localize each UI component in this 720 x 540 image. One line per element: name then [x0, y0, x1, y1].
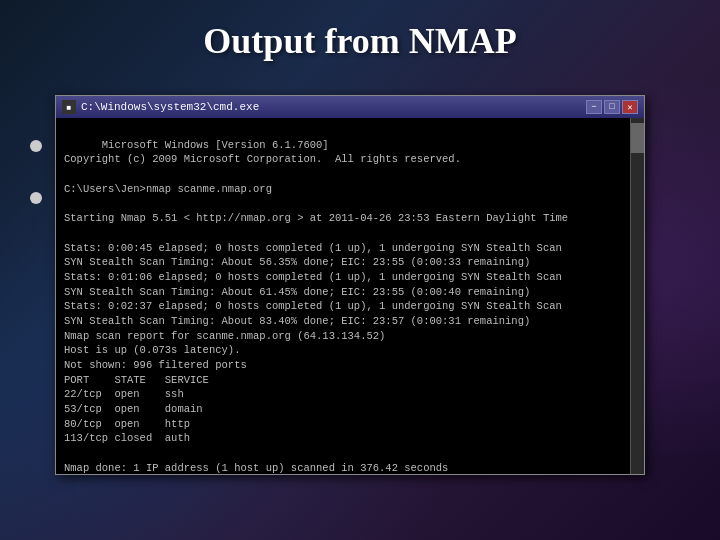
bullet-2	[30, 192, 42, 204]
cmd-window: ■ C:\Windows\system32\cmd.exe − □ ✕ Micr…	[55, 95, 645, 475]
cmd-body: Microsoft Windows [Version 6.1.7600] Cop…	[56, 118, 644, 474]
close-button[interactable]: ✕	[622, 100, 638, 114]
cmd-titlebar-left: ■ C:\Windows\system32\cmd.exe	[62, 100, 259, 114]
maximize-button[interactable]: □	[604, 100, 620, 114]
cmd-titlebar: ■ C:\Windows\system32\cmd.exe − □ ✕	[56, 96, 644, 118]
cmd-controls[interactable]: − □ ✕	[586, 100, 638, 114]
scrollbar[interactable]	[630, 118, 644, 474]
bullets	[30, 140, 42, 204]
minimize-button[interactable]: −	[586, 100, 602, 114]
cmd-icon: ■	[62, 100, 76, 114]
bullet-1	[30, 140, 42, 152]
slide-container: Output from NMAP ■ C:\Windows\system32\c…	[0, 0, 720, 540]
cmd-title: C:\Windows\system32\cmd.exe	[81, 101, 259, 113]
slide-title: Output from NMAP	[40, 20, 680, 62]
scrollbar-thumb[interactable]	[631, 123, 644, 153]
cmd-output: Microsoft Windows [Version 6.1.7600] Cop…	[64, 139, 568, 474]
